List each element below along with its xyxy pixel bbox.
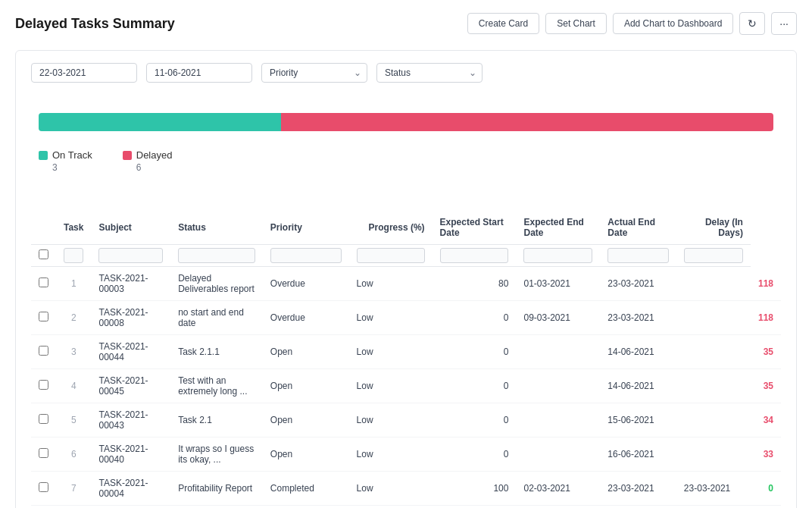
filter-actual-end-input[interactable] — [607, 248, 669, 263]
table-row: 7 TASK-2021-00004 Profitability Report C… — [31, 472, 781, 506]
status-select[interactable]: Status — [376, 63, 483, 83]
row-number: 6 — [56, 437, 91, 472]
filter-priority-input[interactable] — [270, 248, 342, 263]
filter-end-cell — [516, 245, 600, 267]
row-actual-end — [676, 335, 751, 369]
row-progress: 100 — [433, 472, 517, 506]
row-priority: Low — [349, 335, 433, 369]
row-subject: Delayed Deliverables report — [170, 267, 263, 301]
table-row: 3 TASK-2021-00044 Task 2.1.1 Open Low 0 … — [31, 335, 781, 369]
row-checkbox[interactable] — [39, 414, 48, 424]
filter-subject-input[interactable] — [98, 248, 163, 263]
row-priority: Low — [349, 267, 433, 301]
row-actual-end — [676, 369, 751, 403]
filters-panel: Priority Status On Track — [15, 50, 797, 508]
row-number: 7 — [56, 472, 91, 506]
add-chart-dashboard-button[interactable]: Add Chart to Dashboard — [613, 13, 733, 34]
row-priority: Low — [349, 437, 433, 472]
filter-actual-end-cell — [600, 245, 676, 267]
filter-end-input[interactable] — [523, 248, 592, 263]
row-subject: Task 2.1.1 — [170, 335, 263, 369]
th-checkbox — [31, 211, 56, 245]
filter-delay-input[interactable] — [684, 248, 743, 263]
table-row: 6 TASK-2021-00040 It wraps so I guess it… — [31, 437, 781, 472]
on-track-label: On Track — [52, 149, 92, 161]
table-filter-row — [31, 245, 781, 267]
date-from-input[interactable] — [31, 63, 137, 83]
row-number: 5 — [56, 403, 91, 437]
table-wrapper: Task Subject Status Priority Progress (%… — [31, 211, 781, 508]
filter-task-input[interactable] — [64, 248, 83, 263]
filter-checkbox-cell — [31, 245, 56, 267]
filter-progress-cell — [349, 245, 433, 267]
row-task: TASK-2021-00045 — [91, 369, 170, 403]
row-checkbox[interactable] — [39, 312, 48, 321]
row-delay: 118 — [751, 301, 781, 335]
row-checkbox[interactable] — [39, 380, 48, 390]
row-actual-end: 23-03-2021 — [676, 472, 751, 506]
filter-subject-cell — [91, 245, 170, 267]
filter-progress-input[interactable] — [357, 248, 425, 263]
filter-status-input[interactable] — [178, 248, 255, 263]
progress-bar — [39, 113, 773, 131]
th-start-date: Expected Start Date — [433, 211, 517, 245]
row-priority: Low — [349, 472, 433, 506]
set-chart-button[interactable]: Set Chart — [545, 13, 607, 34]
tasks-table: Task Subject Status Priority Progress (%… — [31, 211, 781, 508]
row-actual-end — [676, 301, 751, 335]
on-track-dot — [39, 151, 48, 160]
refresh-button[interactable]: ↻ — [739, 12, 765, 35]
filters-row: Priority Status — [31, 63, 781, 83]
row-checkbox[interactable] — [39, 346, 48, 356]
delayed-label: Delayed — [136, 149, 173, 161]
filter-start-cell — [433, 245, 517, 267]
th-priority: Priority — [263, 211, 349, 245]
row-subject: Test with an extremely long ... — [170, 369, 263, 403]
row-actual-end — [676, 403, 751, 437]
table-row: 5 TASK-2021-00043 Task 2.1 Open Low 0 15… — [31, 403, 781, 437]
row-status: Open — [263, 369, 349, 403]
table-row: 2 TASK-2021-00008 no start and end date … — [31, 301, 781, 335]
row-progress: 100 — [433, 506, 517, 509]
row-start-date: 02-03-2021 — [516, 472, 600, 506]
row-task: TASK-2021-00041 — [91, 506, 170, 509]
filter-delay-cell — [676, 245, 751, 267]
table-row: 1 TASK-2021-00003 Delayed Deliverables r… — [31, 267, 781, 301]
chart-area: On Track 3 Delayed 6 — [31, 98, 781, 203]
delayed-count: 6 — [136, 162, 173, 173]
more-options-button[interactable]: ··· — [771, 12, 797, 35]
row-checkbox[interactable] — [39, 278, 48, 287]
on-track-count: 3 — [52, 162, 92, 173]
row-delay: 0 — [751, 506, 781, 509]
create-card-button[interactable]: Create Card — [467, 13, 539, 34]
priority-select[interactable]: Priority — [261, 63, 367, 83]
row-priority: Low — [349, 369, 433, 403]
select-all-checkbox[interactable] — [39, 249, 48, 259]
row-progress: 0 — [433, 369, 517, 403]
delayed-bar — [281, 113, 773, 131]
row-subject: Task 2.1 — [170, 403, 263, 437]
row-status: Open — [263, 437, 349, 472]
row-delay: 35 — [751, 369, 781, 403]
row-checkbox-cell — [31, 335, 56, 369]
filter-priority-cell — [263, 245, 349, 267]
row-status: Overdue — [263, 301, 349, 335]
row-checkbox-cell — [31, 472, 56, 506]
row-end-date: 14-06-2021 — [600, 369, 676, 403]
row-checkbox[interactable] — [39, 448, 48, 458]
th-progress: Progress (%) — [349, 211, 433, 245]
row-start-date — [516, 506, 600, 509]
row-checkbox-cell — [31, 369, 56, 403]
row-subject: no start and end date — [170, 301, 263, 335]
filter-start-input[interactable] — [440, 248, 509, 263]
header-actions: Create Card Set Chart Add Chart to Dashb… — [467, 12, 797, 35]
row-task: TASK-2021-00008 — [91, 301, 170, 335]
row-checkbox[interactable] — [39, 482, 48, 492]
row-progress: 80 — [433, 267, 517, 301]
row-status: Completed — [263, 472, 349, 506]
date-to-input[interactable] — [146, 63, 252, 83]
priority-select-wrapper: Priority — [261, 63, 367, 83]
row-task: TASK-2021-00004 — [91, 472, 170, 506]
row-number: 2 — [56, 301, 91, 335]
row-checkbox-cell — [31, 301, 56, 335]
